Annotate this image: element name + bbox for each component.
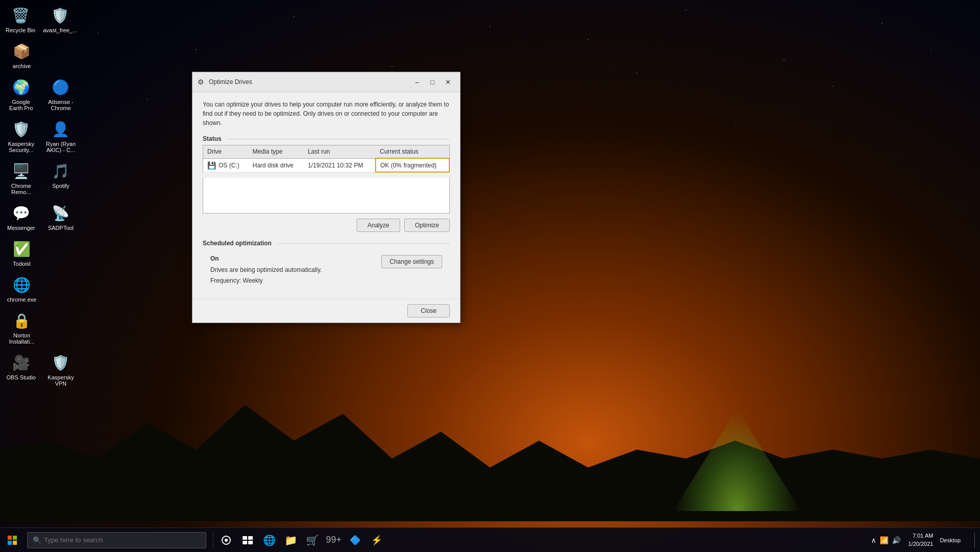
- obs-studio-icon: 🎥: [11, 352, 31, 373]
- desktop-icon-todoist[interactable]: ✅ Todoist: [3, 236, 41, 269]
- dialog-body: You can optimize your drives to help you…: [192, 92, 460, 299]
- col-last-run: Last run: [303, 145, 376, 159]
- sadp-tool-icon: 📡: [51, 203, 71, 223]
- taskbar-explorer-icon[interactable]: 📁: [280, 530, 301, 550]
- taskbar-pinned-icons: 🌐 📁 🛒 99+ 🔷 ⚡: [211, 530, 387, 550]
- svg-rect-8: [243, 541, 247, 544]
- svg-rect-6: [243, 536, 247, 540]
- desktop-icon-chrome-remote[interactable]: 🖥️ Chrome Remo...: [3, 158, 40, 198]
- taskbar-app7-icon[interactable]: ⚡: [366, 530, 387, 550]
- current-status-cell: OK (0% fragmented): [376, 158, 449, 172]
- scheduled-on-label: On: [210, 253, 322, 265]
- desktop-icon-adsense[interactable]: 🔵 Adsense - Chrome: [42, 74, 80, 114]
- taskbar-clock[interactable]: 7:01 AM 1/20/2021: [908, 532, 933, 548]
- taskbar-store-icon[interactable]: 🛒: [302, 530, 322, 550]
- taskbar-right-area: ∧ 📶 🔊 7:01 AM 1/20/2021 Desktop: [870, 530, 980, 550]
- desktop: 🗑️ Recycle Bin 🛡️ avast_free_... 📦 archi…: [0, 0, 980, 552]
- archive-icon: 📦: [12, 41, 32, 61]
- taskbar-time: 7:01 AM: [908, 532, 933, 540]
- wifi-icon[interactable]: 📶: [879, 535, 889, 545]
- messenger-icon: 💬: [11, 203, 31, 223]
- maximize-button[interactable]: □: [425, 76, 440, 88]
- desktop-icons-area: 🗑️ Recycle Bin 🛡️ avast_free_... 📦 archi…: [0, 0, 82, 461]
- system-tray: ∧ 📶 🔊: [870, 535, 906, 545]
- table-empty-area: [203, 178, 450, 214]
- search-input[interactable]: [44, 536, 201, 544]
- taskbar-edge-icon[interactable]: 🌐: [259, 530, 279, 550]
- col-media-type: Media type: [248, 145, 303, 159]
- status-section-header: Status: [203, 135, 450, 142]
- last-run-cell: 1/19/2021 10:32 PM: [303, 158, 376, 172]
- svg-rect-2: [8, 541, 12, 545]
- taskbar-search-box[interactable]: 🔍: [27, 532, 206, 548]
- dialog-description: You can optimize your drives to help you…: [203, 100, 450, 128]
- analyze-button[interactable]: Analyze: [357, 219, 400, 232]
- desktop-icon-recycle-bin[interactable]: 🗑️ Recycle Bin: [3, 3, 38, 36]
- recycle-bin-icon: 🗑️: [10, 5, 31, 26]
- desktop-icon-kaspersky-vpn[interactable]: 🛡️ Kaspersky VPN: [42, 350, 80, 389]
- taskbar: 🔍 🌐 📁: [0, 527, 980, 552]
- svg-rect-7: [248, 536, 253, 540]
- desktop-icon-google-earth[interactable]: 🌍 Google Earth Pro: [3, 74, 40, 114]
- table-header-row: Drive Media type Last run Current status: [203, 145, 450, 159]
- desktop-icon-kaspersky[interactable]: 🛡️ Kaspersky Security...: [3, 116, 40, 156]
- avast-icon: 🛡️: [50, 5, 71, 26]
- scheduled-info-area: On Drives are being optimized automatica…: [203, 249, 450, 291]
- search-icon: 🔍: [33, 536, 41, 544]
- change-settings-button[interactable]: Change settings: [381, 255, 442, 268]
- taskbar-app6-icon[interactable]: 🔷: [345, 530, 365, 550]
- drive-action-buttons: Analyze Optimize: [203, 219, 450, 232]
- desktop-icon-chrome-exe[interactable]: 🌐 chrome.exe: [3, 272, 41, 305]
- media-type-cell: Hard disk drive: [248, 158, 303, 172]
- google-earth-icon: 🌍: [11, 77, 31, 97]
- taskbar-date: 1/20/2021: [908, 540, 933, 548]
- minimize-button[interactable]: ‒: [410, 76, 424, 88]
- chrome-remote-icon: 🖥️: [11, 161, 31, 181]
- dialog-titlebar: ⚙ Optimize Drives ‒ □ ✕: [192, 72, 460, 92]
- scheduled-section-header: Scheduled optimization: [203, 240, 450, 247]
- desktop-icon-sadp[interactable]: 📡 SADPTool: [42, 200, 80, 233]
- desktop-icon-ryan[interactable]: 👤 Ryan (Ryan AKIC) - C...: [42, 116, 80, 156]
- col-drive: Drive: [203, 145, 249, 159]
- desktop-icon-messenger[interactable]: 💬 Messenger: [3, 200, 40, 233]
- spotify-icon: 🎵: [51, 161, 71, 181]
- dialog-title-icon: ⚙: [198, 78, 206, 86]
- adsense-icon: 🔵: [51, 77, 71, 97]
- taskbar-app5-icon[interactable]: 99+: [323, 530, 344, 550]
- chrome-exe-icon: 🌐: [12, 274, 32, 295]
- start-button[interactable]: [0, 528, 25, 553]
- svg-point-5: [225, 539, 228, 542]
- desktop-icon-obs[interactable]: 🎥 OBS Studio: [3, 350, 40, 389]
- show-desktop-button[interactable]: [967, 530, 977, 550]
- taskbar-cortana-icon[interactable]: [216, 530, 236, 550]
- close-footer-button[interactable]: Close: [407, 304, 450, 317]
- dialog-title-text: Optimize Drives: [209, 78, 252, 86]
- desktop-label: Desktop: [936, 537, 965, 543]
- svg-rect-3: [13, 541, 17, 545]
- dialog-footer: Close: [192, 299, 460, 323]
- drive-icon: 💾: [207, 161, 216, 169]
- scheduled-desc1: Drives are being optimized automatically…: [210, 265, 322, 276]
- desktop-icon-spotify[interactable]: 🎵 Spotify: [42, 158, 80, 198]
- scheduled-text: On Drives are being optimized automatica…: [210, 253, 322, 287]
- svg-rect-9: [248, 541, 253, 544]
- todoist-icon: ✅: [12, 239, 32, 259]
- col-current-status: Current status: [376, 145, 449, 159]
- volume-icon[interactable]: 🔊: [891, 535, 902, 545]
- kaspersky-vpn-icon: 🛡️: [51, 352, 71, 373]
- optimize-button[interactable]: Optimize: [404, 219, 450, 232]
- desktop-icon-avast[interactable]: 🛡️ avast_free_...: [41, 3, 79, 36]
- dialog-title-area: ⚙ Optimize Drives: [198, 78, 252, 86]
- kaspersky-security-icon: 🛡️: [11, 119, 31, 139]
- svg-rect-1: [13, 536, 17, 540]
- desktop-icon-norton[interactable]: 🔒 Norton Installati...: [3, 308, 41, 347]
- taskbar-divider-1: [213, 533, 213, 548]
- optimize-drives-dialog: ⚙ Optimize Drives ‒ □ ✕ You can optimize…: [192, 72, 461, 323]
- table-row[interactable]: 💾 OS (C:) Hard disk drive 1/19/2021 10:3…: [203, 158, 450, 172]
- taskbar-task-view-icon[interactable]: [237, 530, 258, 550]
- show-hidden-tray-icon[interactable]: ∧: [870, 535, 877, 545]
- drives-table: Drive Media type Last run Current status…: [203, 145, 450, 173]
- desktop-icon-archive[interactable]: 📦 archive: [3, 38, 41, 72]
- close-button[interactable]: ✕: [441, 76, 455, 88]
- svg-rect-0: [8, 536, 12, 540]
